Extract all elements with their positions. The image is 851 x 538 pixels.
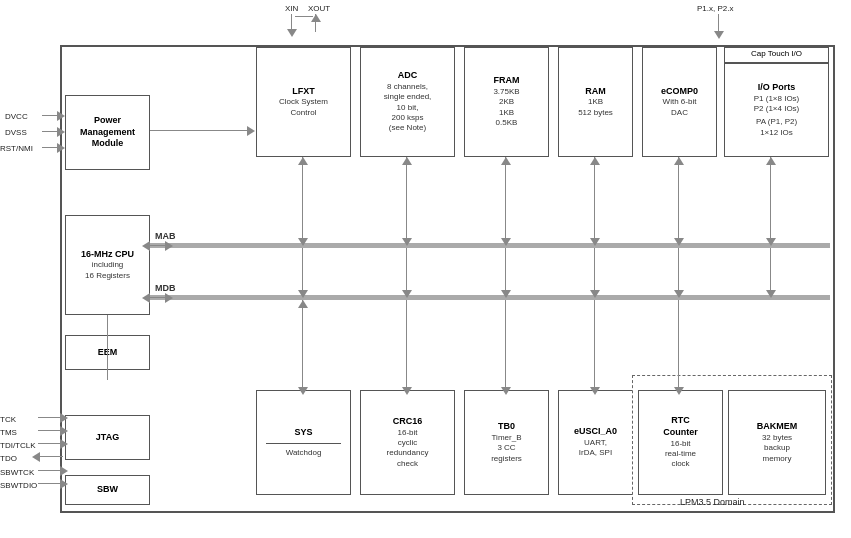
mab-cpu-arrow bbox=[142, 241, 150, 251]
sbwtdio-arrow bbox=[60, 479, 68, 489]
sbw-block: SBW bbox=[65, 475, 150, 505]
ram-v-line bbox=[594, 157, 595, 243]
ram-up-arrow bbox=[590, 157, 600, 165]
jtag-block: JTAG bbox=[65, 415, 150, 460]
tdo-line bbox=[38, 456, 63, 457]
adc-down-arrow1 bbox=[402, 238, 412, 246]
lfxt-down-arrow2 bbox=[298, 290, 308, 298]
power-management-block: Power Management Module bbox=[65, 95, 150, 170]
fram-down-arrow2 bbox=[501, 290, 511, 298]
io-up-arrow bbox=[766, 157, 776, 165]
adc-down-arrow3 bbox=[402, 387, 412, 395]
dvss-arrow bbox=[57, 127, 65, 137]
sys-watchdog-block: SYS Watchdog bbox=[256, 390, 351, 495]
io-ports-block: I/O Ports P1 (1×8 IOs) P2 (1×4 IOs) PA (… bbox=[724, 63, 829, 157]
mdb-label: MDB bbox=[155, 283, 176, 293]
mab-bus bbox=[150, 243, 830, 248]
cpu-block: 16-MHz CPU including 16 Registers bbox=[65, 215, 150, 315]
fram-v-line bbox=[505, 157, 506, 243]
pwr-to-lfxt-line bbox=[150, 130, 250, 131]
adc-down-arrow2 bbox=[402, 290, 412, 298]
tdi-label: TDI/TCLK bbox=[0, 441, 36, 450]
crc16-block: CRC16 16-bit cyclic redundancy check bbox=[360, 390, 455, 495]
ecomp-down-arrow1 bbox=[674, 238, 684, 246]
ram-down-arrow1 bbox=[590, 238, 600, 246]
lpm35-label: LPM3.5 Domain bbox=[680, 497, 745, 507]
tck-label: TCK bbox=[0, 415, 16, 424]
tdo-arrow bbox=[32, 452, 40, 462]
ram-down-arrow3 bbox=[590, 387, 600, 395]
xin-xout-connect bbox=[295, 16, 313, 17]
tdo-label: TDO bbox=[0, 454, 17, 463]
sbwtdio-label: SBWTDIO bbox=[0, 481, 37, 490]
mdb-bus bbox=[150, 295, 830, 300]
fram-down-arrow3 bbox=[501, 387, 511, 395]
ecomp-down-arrow3 bbox=[674, 387, 684, 395]
io-down-arrow1 bbox=[766, 238, 776, 246]
ram-v-line2 bbox=[594, 248, 595, 295]
io-down-arrow2 bbox=[766, 290, 776, 298]
tb0-block: TB0 Timer_B 3 CC registers bbox=[464, 390, 549, 495]
fram-v-line2 bbox=[505, 248, 506, 295]
cap-touch-label: Cap Touch I/O bbox=[724, 47, 829, 63]
p1x-arrow bbox=[714, 31, 724, 39]
tck-arrow bbox=[60, 413, 68, 423]
eem-to-jtag-line bbox=[107, 335, 108, 380]
ecomp0-block: eCOMP0 With 6-bit DAC bbox=[642, 47, 717, 157]
tdi-arrow bbox=[60, 439, 68, 449]
dvcc-label: DVCC bbox=[5, 112, 28, 121]
ecomp-v-line3 bbox=[678, 300, 679, 390]
rst-arrow bbox=[57, 143, 65, 153]
sbwtck-arrow bbox=[60, 466, 68, 476]
rtc-block: RTC Counter 16-bit real-time clock bbox=[638, 390, 723, 495]
adc-v-line3 bbox=[406, 300, 407, 390]
cpu-mab-arrow bbox=[165, 241, 173, 251]
adc-v-line bbox=[406, 157, 407, 243]
p1x-p2x-label: P1.x, P2.x bbox=[697, 4, 733, 13]
sbwtck-label: SBWTCK bbox=[0, 468, 34, 477]
ecomp-v-line2 bbox=[678, 248, 679, 295]
lfxt-block: LFXT Clock System Control bbox=[256, 47, 351, 157]
mdb-cpu-arrow bbox=[142, 293, 150, 303]
ram-down-arrow2 bbox=[590, 290, 600, 298]
lfxt-v-line3 bbox=[302, 300, 303, 390]
cpu-mdb-arrow bbox=[165, 293, 173, 303]
adc-v-line2 bbox=[406, 248, 407, 295]
adc-block: ADC 8 channels, single ended, 10 bit, 20… bbox=[360, 47, 455, 157]
dvss-label: DVSS bbox=[5, 128, 27, 137]
ram-v-line3 bbox=[594, 300, 595, 390]
dvcc-arrow bbox=[57, 111, 65, 121]
lfxt-v-line bbox=[302, 157, 303, 243]
io-v-line2 bbox=[770, 248, 771, 295]
lfxt-up-arrow2 bbox=[298, 300, 308, 308]
ecomp-v-line bbox=[678, 157, 679, 243]
eusci-a0-block: eUSCI_A0 UART, IrDA, SPI bbox=[558, 390, 633, 495]
mab-label: MAB bbox=[155, 231, 176, 241]
lfxt-down-arrow3 bbox=[298, 387, 308, 395]
lfxt-down-arrow1 bbox=[298, 238, 308, 246]
xin-arrow bbox=[287, 29, 297, 37]
lfxt-up-arrow bbox=[298, 157, 308, 165]
block-diagram: XIN XOUT P1.x, P2.x DVCC DVSS RST/NMI Po… bbox=[0, 0, 851, 538]
fram-up-arrow bbox=[501, 157, 511, 165]
adc-up-arrow bbox=[402, 157, 412, 165]
fram-down-arrow1 bbox=[501, 238, 511, 246]
ecomp-down-arrow2 bbox=[674, 290, 684, 298]
ecomp-up-arrow bbox=[674, 157, 684, 165]
xin-label: XIN bbox=[285, 4, 298, 13]
rst-nmi-label: RST/NMI bbox=[0, 144, 33, 153]
eem-cpu-line bbox=[107, 315, 108, 335]
bakmem-block: BAKMEM 32 bytes backup memory bbox=[728, 390, 826, 495]
io-v-line bbox=[770, 157, 771, 243]
fram-v-line3 bbox=[505, 300, 506, 390]
tms-label: TMS bbox=[0, 428, 17, 437]
lfxt-v-line2 bbox=[302, 248, 303, 295]
ram-block: RAM 1KB 512 bytes bbox=[558, 47, 633, 157]
xout-label: XOUT bbox=[308, 4, 330, 13]
fram-block: FRAM 3.75KB 2KB 1KB 0.5KB bbox=[464, 47, 549, 157]
tms-arrow bbox=[60, 426, 68, 436]
pwr-to-lfxt-arrow bbox=[247, 126, 255, 136]
